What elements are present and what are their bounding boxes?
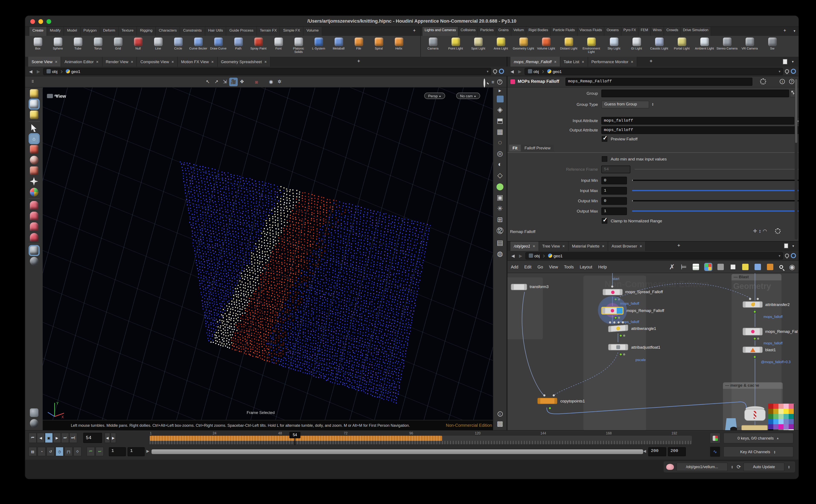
shelf-tool[interactable]: Tube [68,37,88,57]
auto-key-icon[interactable] [710,433,720,443]
lock-icon[interactable]: ⌂ [30,134,38,143]
slider-options-icon[interactable]: ⬦ [73,447,82,456]
palette-swatch[interactable] [784,424,789,429]
group-type-spinner[interactable]: ▲▼ [651,102,655,106]
range-handle-right[interactable]: ◀ [643,449,646,453]
range-start-field[interactable]: 1 [109,447,126,456]
palette-swatch[interactable] [784,409,789,414]
display-badge[interactable] [619,353,622,356]
strip-dot-icon[interactable]: ◎ [497,149,503,157]
display-badge[interactable] [619,334,622,337]
strip-cam2-icon[interactable]: ▣ [497,193,503,201]
group-field[interactable] [601,90,789,97]
shelf-tool[interactable]: Spot Light [467,37,490,57]
strip-shade-icon[interactable]: ◐ [498,160,502,168]
output-min-slider[interactable] [632,200,799,201]
pane-tab[interactable]: Motion FX View× [178,57,217,67]
shelf-tool[interactable]: Caustic Light [648,37,670,57]
add-pane-tab-button[interactable]: + [646,58,656,64]
link-icon[interactable] [791,69,796,74]
pane-tab[interactable]: Tree View× [539,242,568,251]
shelf-tab[interactable]: Oceans [605,27,621,36]
back-icon[interactable]: ◀ [28,69,34,74]
frame-inc-button[interactable]: ▶ [111,433,116,443]
shelf-tool[interactable]: Geometry Light [512,37,535,57]
network-menu-item[interactable]: Help [598,264,607,269]
loop-icon[interactable]: ↺ [47,447,55,456]
shelf-tool[interactable]: Draw Curve [208,37,228,57]
display-badge[interactable] [753,355,756,358]
add-pane-tab-button[interactable]: + [354,58,364,64]
auto-minmax-checkbox[interactable] [602,156,607,162]
palette-swatch[interactable] [789,409,794,414]
range-handle-left[interactable]: ▶ [146,449,149,453]
prev-key-icon[interactable]: ⏮ [87,447,95,456]
network-menu-icon[interactable]: ▼ [792,245,795,248]
snap-point-icon[interactable] [30,222,38,231]
pane-tab[interactable]: /obj/geo1× [510,242,539,251]
path-segment-obj[interactable]: obj [45,69,59,74]
network-menu-item[interactable]: Tools [564,264,574,269]
back-icon[interactable]: ◀ [509,69,515,74]
render-region-icon[interactable]: ◙ [252,77,261,86]
network-search-icon[interactable] [779,265,783,269]
strip-snap2-icon[interactable]: ⊞ [497,216,503,224]
recook-icon[interactable]: ⟳ [737,464,741,470]
network-path[interactable]: obj › geo1 ▼ [525,252,783,259]
input-attr-field[interactable]: mops_falloff [601,117,794,125]
gear-icon[interactable] [760,79,766,84]
reference-frame-field[interactable]: 54 [601,166,630,173]
shelf-tool[interactable]: Distant Light [557,37,580,57]
select-tool-icon[interactable]: ↖ [204,77,212,86]
info-icon[interactable]: i [780,79,785,84]
shelf-tab[interactable]: Vellum [511,27,526,36]
realtime-clock-icon[interactable]: ◷ [55,447,64,456]
network-menu-item[interactable]: Layout [580,264,592,269]
no-cam-button[interactable]: No cam ▼ [456,93,480,99]
go-start-button[interactable]: ⏮ [29,433,37,443]
pane-tab[interactable]: Take List× [560,57,588,67]
pane-tab[interactable]: Render View× [102,57,137,67]
flipbook-icon[interactable]: ◉ [267,77,275,86]
output-attr-field[interactable]: mops_falloff [601,126,799,134]
node-help-icon[interactable]: ? [789,79,794,84]
shelf-tab[interactable]: Model [64,27,80,36]
path-segment-obj[interactable]: obj [527,69,540,74]
path-dropdown-icon[interactable]: ▼ [778,254,781,257]
palette-swatch[interactable] [768,424,773,429]
strip-circle-icon[interactable]: ◌ [498,139,502,146]
playback-range-slider[interactable] [152,449,643,454]
translate-tool-icon[interactable] [30,145,38,154]
reference-frame-slider[interactable] [635,169,799,169]
node-shape-icon[interactable] [730,264,736,270]
shelf-tab[interactable]: Lights and Cameras [423,27,459,36]
select-arrow-icon[interactable] [30,124,38,132]
display-badge[interactable] [753,337,756,340]
key-mode-dropdown[interactable]: Key All Channels▲▼ [723,446,793,457]
shelf-tab[interactable]: Guide Process [226,27,257,36]
display-badge[interactable] [753,310,756,313]
points-tool-icon[interactable] [30,100,38,108]
brain-icon[interactable] [666,464,674,470]
shelf-tab[interactable]: Hair Utils [205,27,226,36]
palette-swatch[interactable] [778,424,784,429]
link-icon[interactable] [499,69,504,74]
node-mops-spread-falloff[interactable] [603,289,623,295]
material-ball-icon[interactable] [30,257,38,265]
sticky-note-icon[interactable] [742,264,749,270]
update-mode-dropdown[interactable]: Auto Update [743,463,784,471]
palette-swatch[interactable] [768,414,773,419]
shelf-tab[interactable]: Rigid Bodies [526,27,551,36]
node-attribadjustfloat1[interactable] [608,344,628,350]
shelf-tool[interactable]: Spiral [369,37,389,57]
shelf-tool[interactable]: Font [268,37,289,57]
close-tab-icon[interactable]: × [582,60,584,64]
close-tab-icon[interactable]: × [631,60,633,64]
pin-icon[interactable] [784,68,790,74]
pin-icon[interactable] [492,68,498,74]
palette-swatch[interactable] [778,404,784,409]
path-segment-geo1[interactable]: geo1 [64,69,82,74]
strip-bulb-icon[interactable]: ⬤ [496,182,504,190]
shelf-tool[interactable]: Curve Bezier [188,37,208,57]
shelf-tab[interactable]: Polygon [80,27,100,36]
